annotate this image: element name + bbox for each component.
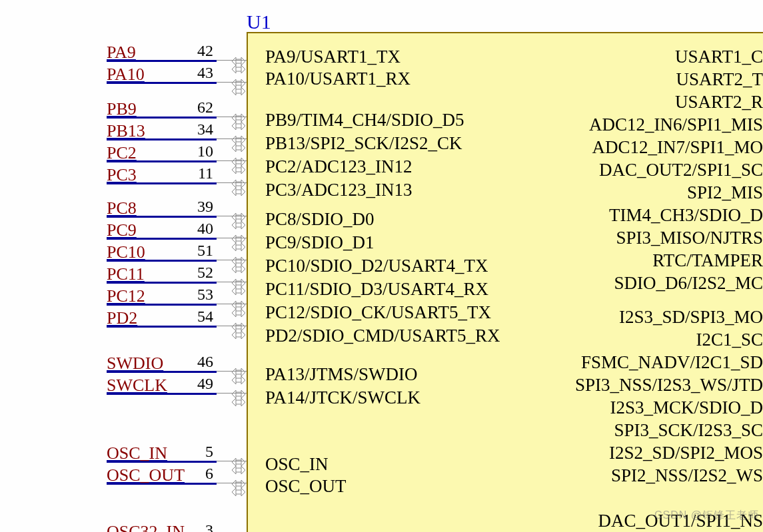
- pin-number: 40: [183, 220, 213, 238]
- io-marker-icon: [232, 156, 245, 164]
- pin-number: 6: [183, 465, 213, 483]
- pin-function-label: PC11/SDIO_D3/USART4_RX: [265, 279, 488, 300]
- pin-function-label-right: RTC/TAMPER: [652, 250, 763, 271]
- pin-function-label-right: I2S3_SD/SPI3_MO: [619, 307, 763, 328]
- io-marker-icon: [232, 465, 245, 473]
- pin-function-label-right: SDIO_D6/I2S2_MC: [614, 273, 763, 294]
- pin-function-label: PC2/ADC123_IN12: [265, 156, 412, 177]
- pin-function-label-right: SPI3_MISO/NJTRS: [616, 228, 763, 248]
- pin-number: 46: [183, 353, 213, 371]
- io-marker-icon: [232, 308, 245, 316]
- io-marker-icon: [232, 220, 245, 228]
- pin-function-label: PC8/SDIO_D0: [265, 209, 375, 230]
- io-marker-icon: [232, 121, 245, 129]
- pin-function-label-right: ADC12_IN7/SPI1_MO: [592, 137, 763, 158]
- io-marker-icon: [232, 234, 245, 242]
- pin-function-label-right: USART2_R: [675, 92, 763, 113]
- io-marker-icon: [232, 142, 245, 150]
- io-marker-icon: [232, 278, 245, 286]
- pin-number: 52: [183, 264, 213, 282]
- net-label: PC11: [107, 264, 145, 284]
- pin-function-label-right: FSMC_NADV/I2C1_SD: [581, 352, 763, 373]
- io-marker-icon: [232, 264, 245, 272]
- io-marker-icon: [232, 242, 245, 250]
- pin-function-label-right: TIM4_CH3/SDIO_D: [609, 205, 763, 226]
- pin-function-label: PB13/SPI2_SCK/I2S2_CK: [265, 133, 462, 154]
- io-marker-icon: [232, 300, 245, 308]
- pin-function-label: OSC_OUT: [265, 476, 347, 497]
- pin-number: 34: [183, 121, 213, 138]
- pin-number: 43: [183, 64, 213, 82]
- net-label: PD2: [107, 308, 137, 328]
- pin-function-label-right: I2S2_SD/SPI2_MOS: [609, 443, 763, 463]
- io-marker-icon: [232, 86, 245, 94]
- pin-function-label: PB9/TIM4_CH4/SDIO_D5: [265, 110, 464, 131]
- pin-number: 54: [183, 308, 213, 326]
- io-marker-icon: [232, 64, 245, 72]
- pin-number: 42: [183, 42, 213, 60]
- net-label: PC3: [107, 165, 137, 185]
- pin-number: 51: [183, 242, 213, 260]
- io-marker-icon: [232, 389, 245, 397]
- pin-function-label: PA9/USART1_TX: [265, 47, 400, 67]
- pin-function-label-right: SPI3_NSS/I2S3_WS/JTD: [575, 375, 763, 396]
- pin-function-label-right: USART1_C: [675, 47, 763, 67]
- io-marker-icon: [232, 286, 245, 294]
- component-designator: U1: [247, 11, 271, 33]
- io-marker-icon: [232, 186, 245, 194]
- pin-number: 53: [183, 286, 213, 304]
- io-marker-icon: [232, 487, 245, 495]
- net-label: PC12: [107, 286, 145, 306]
- io-marker-icon: [232, 178, 245, 186]
- io-marker-icon: [232, 56, 245, 64]
- net-label: PC9: [107, 220, 137, 240]
- pin-function-label-right: SPI2_MIS: [687, 182, 763, 203]
- io-marker-icon: [232, 134, 245, 142]
- io-marker-icon: [232, 479, 245, 487]
- pin-number: 39: [183, 198, 213, 216]
- pin-function-label: PC12/SDIO_CK/USART5_TX: [265, 302, 491, 323]
- net-label: PB9: [107, 99, 137, 119]
- net-label: PA10: [107, 65, 145, 85]
- io-marker-icon: [232, 330, 245, 338]
- pin-function-label-right: I2C1_SC: [696, 330, 763, 350]
- io-marker-icon: [232, 367, 245, 375]
- pin-function-label: PC9/SDIO_D1: [265, 232, 375, 253]
- net-label: PC2: [107, 143, 137, 163]
- net-label: PA9: [107, 43, 136, 63]
- pin-function-label-right: SPI3_SCK/I2S3_SC: [614, 420, 763, 441]
- io-marker-icon: [232, 212, 245, 220]
- io-marker-icon: [232, 397, 245, 405]
- pin-number: 11: [183, 164, 213, 182]
- pin-function-label: OSC_IN: [265, 454, 329, 475]
- pin-number: 3: [183, 521, 213, 532]
- pin-number: 49: [183, 375, 213, 393]
- watermark-text: CSDN @钜锋王老师: [654, 509, 759, 523]
- io-marker-icon: [232, 322, 245, 330]
- pin-function-label: PD2/SDIO_CMD/USART5_RX: [265, 326, 500, 346]
- net-label: OSC_OUT: [107, 465, 185, 485]
- io-marker-icon: [232, 78, 245, 86]
- pin-function-label-right: SPI2_NSS/I2S2_WS: [611, 465, 763, 486]
- pin-function-label: PA14/JTCK/SWCLK: [265, 388, 420, 408]
- net-label: PB13: [107, 121, 145, 141]
- io-marker-icon: [232, 164, 245, 172]
- net-label: OSC_IN: [107, 443, 167, 463]
- pin-function-label: PC3/ADC123_IN13: [265, 180, 412, 200]
- pin-function-label: PC10/SDIO_D2/USART4_TX: [265, 256, 488, 276]
- net-label: SWDIO: [107, 354, 163, 374]
- io-marker-icon: [232, 375, 245, 383]
- io-marker-icon: [232, 256, 245, 264]
- pin-function-label-right: USART2_T: [676, 69, 763, 90]
- net-label: OSC32_IN: [107, 522, 185, 532]
- net-label: PC8: [107, 198, 137, 218]
- pin-number: 5: [183, 443, 213, 461]
- net-label: PC10: [107, 242, 145, 262]
- pin-function-label: PA13/JTMS/SWDIO: [265, 364, 418, 385]
- net-label: SWCLK: [107, 376, 167, 396]
- io-marker-icon: [232, 113, 245, 121]
- pin-function-label: PA10/USART1_RX: [265, 69, 410, 89]
- pin-number: 10: [183, 142, 213, 160]
- pin-function-label-right: I2S3_MCK/SDIO_D: [610, 398, 763, 418]
- pin-function-label-right: DAC_OUT2/SPI1_SC: [599, 160, 763, 180]
